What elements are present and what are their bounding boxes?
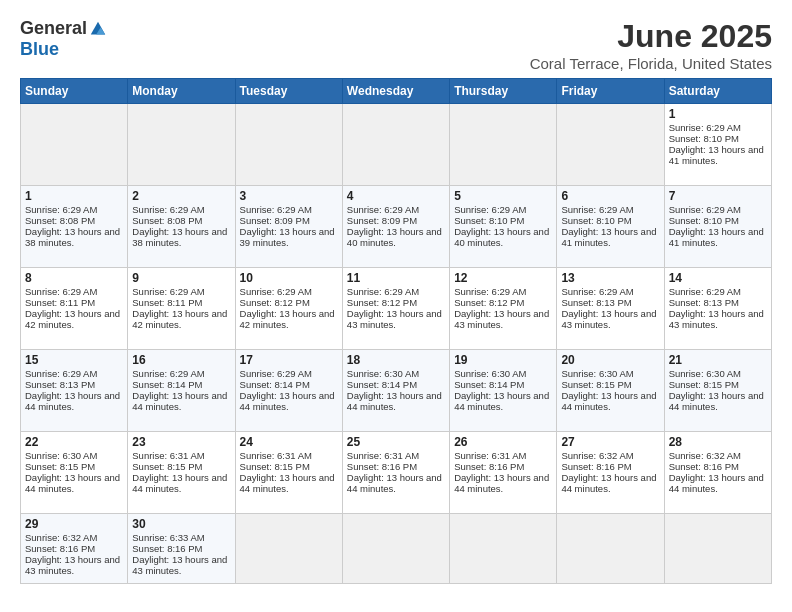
day-number: 21 [669,353,767,367]
day-number: 26 [454,435,552,449]
sunset-text: Sunset: 8:09 PM [240,215,338,226]
calendar-week-row: 1Sunrise: 6:29 AMSunset: 8:08 PMDaylight… [21,186,772,268]
sunset-text: Sunset: 8:16 PM [561,461,659,472]
sunrise-text: Sunrise: 6:29 AM [132,368,230,379]
calendar-table: SundayMondayTuesdayWednesdayThursdayFrid… [20,78,772,584]
calendar-cell: 19Sunrise: 6:30 AMSunset: 8:14 PMDayligh… [450,350,557,432]
calendar-cell [235,104,342,186]
day-number: 7 [669,189,767,203]
sunrise-text: Sunrise: 6:30 AM [347,368,445,379]
daylight-text: Daylight: 13 hours and 40 minutes. [347,226,445,248]
calendar-week-row: 8Sunrise: 6:29 AMSunset: 8:11 PMDaylight… [21,268,772,350]
daylight-text: Daylight: 13 hours and 44 minutes. [561,390,659,412]
daylight-text: Daylight: 13 hours and 38 minutes. [132,226,230,248]
calendar-cell: 6Sunrise: 6:29 AMSunset: 8:10 PMDaylight… [557,186,664,268]
sunset-text: Sunset: 8:08 PM [25,215,123,226]
day-number: 15 [25,353,123,367]
header: General Blue June 2025 Coral Terrace, Fl… [20,18,772,72]
col-header-thursday: Thursday [450,79,557,104]
daylight-text: Daylight: 13 hours and 44 minutes. [347,472,445,494]
sunset-text: Sunset: 8:10 PM [669,215,767,226]
daylight-text: Daylight: 13 hours and 44 minutes. [669,390,767,412]
sunrise-text: Sunrise: 6:29 AM [132,286,230,297]
day-number: 20 [561,353,659,367]
sunrise-text: Sunrise: 6:32 AM [669,450,767,461]
col-header-sunday: Sunday [21,79,128,104]
calendar-cell: 10Sunrise: 6:29 AMSunset: 8:12 PMDayligh… [235,268,342,350]
calendar-cell [21,104,128,186]
calendar-cell: 28Sunrise: 6:32 AMSunset: 8:16 PMDayligh… [664,432,771,514]
day-number: 25 [347,435,445,449]
logo-blue-text: Blue [20,39,59,60]
daylight-text: Daylight: 13 hours and 39 minutes. [240,226,338,248]
sunset-text: Sunset: 8:14 PM [454,379,552,390]
sunrise-text: Sunrise: 6:30 AM [454,368,552,379]
calendar-cell: 9Sunrise: 6:29 AMSunset: 8:11 PMDaylight… [128,268,235,350]
sunrise-text: Sunrise: 6:29 AM [669,286,767,297]
sunset-text: Sunset: 8:15 PM [240,461,338,472]
sunrise-text: Sunrise: 6:29 AM [25,368,123,379]
sunset-text: Sunset: 8:12 PM [347,297,445,308]
sunset-text: Sunset: 8:16 PM [132,543,230,554]
calendar-cell: 1Sunrise: 6:29 AMSunset: 8:10 PMDaylight… [664,104,771,186]
calendar-cell [235,514,342,584]
daylight-text: Daylight: 13 hours and 44 minutes. [669,472,767,494]
sunset-text: Sunset: 8:16 PM [454,461,552,472]
sunrise-text: Sunrise: 6:29 AM [240,286,338,297]
sunrise-text: Sunrise: 6:29 AM [240,204,338,215]
sunset-text: Sunset: 8:11 PM [132,297,230,308]
calendar-week-row: 15Sunrise: 6:29 AMSunset: 8:13 PMDayligh… [21,350,772,432]
sunrise-text: Sunrise: 6:32 AM [561,450,659,461]
col-header-monday: Monday [128,79,235,104]
sunset-text: Sunset: 8:14 PM [347,379,445,390]
sunrise-text: Sunrise: 6:31 AM [454,450,552,461]
day-number: 6 [561,189,659,203]
sunset-text: Sunset: 8:10 PM [561,215,659,226]
sunset-text: Sunset: 8:14 PM [132,379,230,390]
calendar-cell: 1Sunrise: 6:29 AMSunset: 8:08 PMDaylight… [21,186,128,268]
logo-general-text: General [20,18,87,39]
sunrise-text: Sunrise: 6:29 AM [347,286,445,297]
daylight-text: Daylight: 13 hours and 43 minutes. [347,308,445,330]
sunrise-text: Sunrise: 6:31 AM [132,450,230,461]
calendar-cell: 11Sunrise: 6:29 AMSunset: 8:12 PMDayligh… [342,268,449,350]
day-number: 13 [561,271,659,285]
calendar-cell [128,104,235,186]
calendar-cell [450,514,557,584]
daylight-text: Daylight: 13 hours and 42 minutes. [132,308,230,330]
daylight-text: Daylight: 13 hours and 44 minutes. [454,390,552,412]
sunset-text: Sunset: 8:11 PM [25,297,123,308]
col-header-wednesday: Wednesday [342,79,449,104]
sunrise-text: Sunrise: 6:29 AM [669,122,767,133]
daylight-text: Daylight: 13 hours and 44 minutes. [240,390,338,412]
daylight-text: Daylight: 13 hours and 44 minutes. [240,472,338,494]
daylight-text: Daylight: 13 hours and 43 minutes. [25,554,123,576]
daylight-text: Daylight: 13 hours and 43 minutes. [669,308,767,330]
day-number: 18 [347,353,445,367]
calendar-cell: 7Sunrise: 6:29 AMSunset: 8:10 PMDaylight… [664,186,771,268]
sunrise-text: Sunrise: 6:29 AM [240,368,338,379]
day-number: 30 [132,517,230,531]
day-number: 12 [454,271,552,285]
sunrise-text: Sunrise: 6:31 AM [347,450,445,461]
daylight-text: Daylight: 13 hours and 41 minutes. [561,226,659,248]
day-number: 8 [25,271,123,285]
daylight-text: Daylight: 13 hours and 44 minutes. [132,472,230,494]
sunset-text: Sunset: 8:15 PM [132,461,230,472]
sunset-text: Sunset: 8:15 PM [669,379,767,390]
calendar-header-row: SundayMondayTuesdayWednesdayThursdayFrid… [21,79,772,104]
calendar-cell: 20Sunrise: 6:30 AMSunset: 8:15 PMDayligh… [557,350,664,432]
calendar-cell [342,104,449,186]
calendar-cell: 26Sunrise: 6:31 AMSunset: 8:16 PMDayligh… [450,432,557,514]
calendar-cell [557,104,664,186]
col-header-friday: Friday [557,79,664,104]
calendar-cell: 27Sunrise: 6:32 AMSunset: 8:16 PMDayligh… [557,432,664,514]
main-title: June 2025 [530,18,772,55]
day-number: 3 [240,189,338,203]
calendar-cell [450,104,557,186]
calendar-cell: 12Sunrise: 6:29 AMSunset: 8:12 PMDayligh… [450,268,557,350]
subtitle: Coral Terrace, Florida, United States [530,55,772,72]
daylight-text: Daylight: 13 hours and 42 minutes. [25,308,123,330]
day-number: 23 [132,435,230,449]
daylight-text: Daylight: 13 hours and 43 minutes. [132,554,230,576]
